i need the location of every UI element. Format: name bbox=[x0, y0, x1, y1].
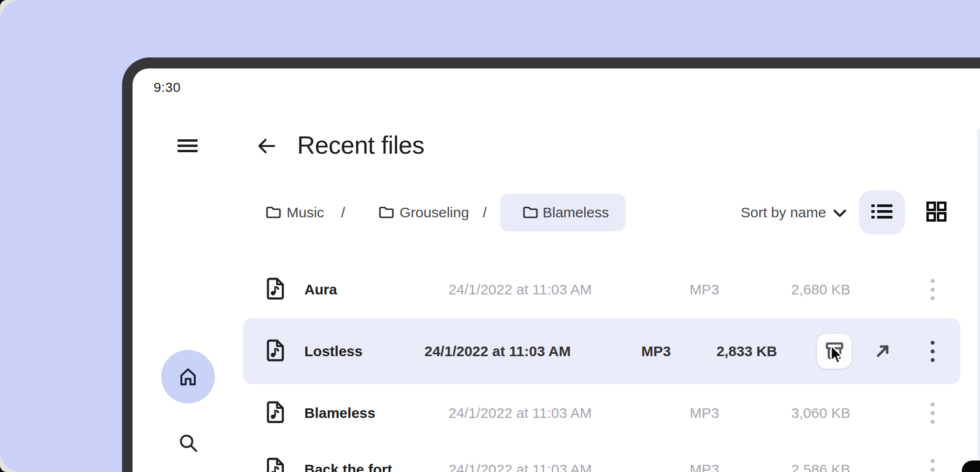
archive-icon bbox=[824, 339, 846, 363]
folder-icon bbox=[379, 206, 394, 221]
file-name: Lostless bbox=[304, 343, 363, 360]
open-file-icon[interactable] bbox=[874, 342, 891, 360]
breadcrumb-blameless-chip[interactable]: Blameless bbox=[500, 194, 625, 231]
more-options-icon[interactable] bbox=[929, 399, 936, 427]
audio-file-icon bbox=[266, 278, 284, 302]
grid-view-icon bbox=[925, 200, 948, 225]
audio-file-icon bbox=[266, 339, 284, 363]
file-name: Aura bbox=[304, 281, 337, 298]
file-row[interactable]: Back the fort 24/1/2022 at 11:03 AM MP3 … bbox=[243, 439, 960, 472]
audio-file-icon bbox=[266, 401, 284, 425]
breadcrumb-grouseling[interactable]: Grouseling bbox=[400, 194, 469, 231]
file-size: 3,060 KB bbox=[778, 405, 850, 421]
more-options-icon[interactable] bbox=[929, 275, 936, 304]
nav-home-button[interactable] bbox=[161, 350, 215, 404]
breadcrumb-blameless: Blameless bbox=[543, 194, 609, 231]
tablet-screen: 9:30 Re bbox=[133, 68, 980, 472]
file-date: 24/1/2022 at 11:03 AM bbox=[448, 461, 592, 472]
file-type: MP3 bbox=[683, 281, 726, 298]
file-row[interactable]: Blameless 24/1/2022 at 11:03 AM MP3 3,06… bbox=[243, 382, 960, 444]
file-name: Blameless bbox=[304, 405, 375, 421]
cut-off-corner-shape bbox=[962, 461, 980, 472]
folder-icon bbox=[523, 206, 538, 221]
file-type: MP3 bbox=[683, 405, 726, 421]
screenshot-stage: 9:30 Re bbox=[0, 0, 980, 472]
file-row-selected[interactable]: Lostless 24/1/2022 at 11:03 AM MP3 2,833… bbox=[243, 318, 960, 384]
more-options-icon[interactable] bbox=[929, 455, 936, 472]
scrollbar-track[interactable] bbox=[977, 129, 980, 464]
status-bar-time: 9:30 bbox=[154, 80, 181, 95]
chevron-down-icon[interactable] bbox=[832, 208, 847, 221]
home-icon bbox=[177, 365, 199, 389]
back-button[interactable] bbox=[256, 135, 278, 157]
file-date: 24/1/2022 at 11:03 AM bbox=[448, 281, 592, 298]
file-size: 2,586 KB bbox=[778, 461, 850, 472]
file-date: 24/1/2022 at 11:03 AM bbox=[448, 405, 592, 421]
breadcrumb-separator: / bbox=[341, 194, 345, 231]
page-background: 9:30 Re bbox=[0, 0, 980, 472]
more-options-icon[interactable] bbox=[929, 337, 936, 366]
file-name: Back the fort bbox=[304, 461, 392, 472]
grid-view-toggle[interactable] bbox=[923, 199, 950, 226]
folder-icon bbox=[266, 206, 281, 221]
list-view-icon bbox=[871, 203, 893, 222]
file-type: MP3 bbox=[635, 343, 678, 360]
page-title: Recent files bbox=[297, 131, 424, 159]
list-view-toggle[interactable] bbox=[859, 191, 905, 235]
breadcrumb-music[interactable]: Music bbox=[287, 194, 324, 231]
menu-icon[interactable] bbox=[178, 139, 198, 153]
archive-button[interactable] bbox=[817, 334, 852, 369]
breadcrumb-separator: / bbox=[483, 194, 487, 231]
sort-by-name-button[interactable]: Sort by name bbox=[741, 194, 826, 231]
file-date: 24/1/2022 at 11:03 AM bbox=[424, 343, 568, 360]
search-icon[interactable] bbox=[178, 432, 200, 454]
file-size: 2,680 KB bbox=[778, 281, 850, 298]
file-size: 2,833 KB bbox=[704, 343, 777, 360]
file-type: MP3 bbox=[683, 461, 726, 472]
file-row[interactable]: Aura 24/1/2022 at 11:03 AM MP3 2,680 KB bbox=[243, 259, 960, 320]
audio-file-icon bbox=[266, 458, 284, 472]
